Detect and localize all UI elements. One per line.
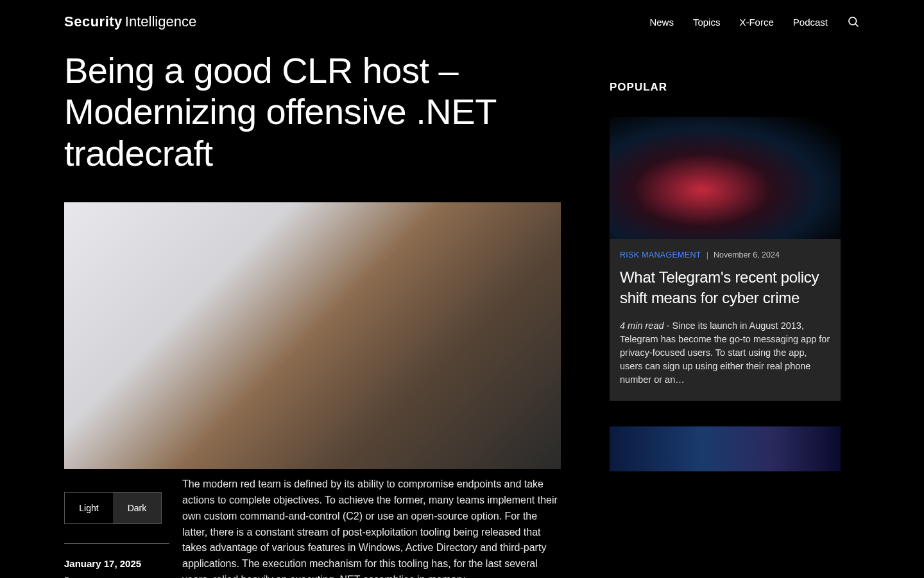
page-title: Being a good CLR host – Modernizing offe… — [64, 50, 565, 174]
by-label: By — [64, 575, 74, 578]
svg-line-1 — [855, 24, 859, 27]
popular-card-excerpt: 4 min read - Since its launch in August … — [620, 319, 830, 387]
theme-toggle: Light Dark — [64, 492, 162, 524]
nav-link-topics[interactable]: Topics — [693, 17, 721, 28]
popular-card-2[interactable] — [610, 426, 841, 471]
site-logo[interactable]: Security Intelligence — [64, 13, 196, 30]
popular-heading: POPULAR — [610, 81, 841, 94]
search-icon[interactable] — [847, 15, 860, 28]
popular-card-meta: RISK MANAGEMENT | November 6, 2024 — [620, 250, 830, 259]
theme-dark-button[interactable]: Dark — [113, 493, 161, 523]
excerpt-sep: - — [664, 320, 672, 331]
nav-link-xforce[interactable]: X-Force — [739, 17, 773, 28]
read-time: 4 min read — [620, 320, 664, 331]
logo-text-bold: Security — [64, 13, 123, 30]
logo-text-light: Intelligence — [125, 13, 196, 30]
site-header: Security Intelligence News Topics X-Forc… — [0, 0, 924, 44]
article: Being a good CLR host – Modernizing offe… — [64, 50, 565, 578]
popular-card-2-image — [610, 426, 841, 471]
sidebar: POPULAR RISK MANAGEMENT | November 6, 20… — [610, 50, 841, 578]
svg-point-0 — [849, 17, 857, 25]
article-meta: Light Dark January 17, 2025 By — [64, 492, 169, 578]
theme-light-button[interactable]: Light — [65, 493, 113, 523]
popular-card-body: RISK MANAGEMENT | November 6, 2024 What … — [610, 239, 841, 401]
meta-separator: | — [706, 250, 708, 259]
nav-link-news[interactable]: News — [649, 17, 674, 28]
hero-image — [64, 202, 561, 469]
publish-date: January 17, 2025 — [64, 558, 169, 569]
popular-card-date: November 6, 2024 — [714, 250, 780, 259]
nav-link-podcast[interactable]: Podcast — [793, 17, 828, 28]
meta-divider — [64, 543, 169, 544]
byline: By — [64, 575, 169, 578]
popular-card-image — [610, 117, 841, 239]
popular-card[interactable]: RISK MANAGEMENT | November 6, 2024 What … — [610, 117, 841, 401]
primary-nav: News Topics X-Force Podcast — [649, 15, 860, 28]
popular-card-title: What Telegram's recent policy shift mean… — [620, 267, 830, 309]
popular-card-category[interactable]: RISK MANAGEMENT — [620, 250, 701, 259]
